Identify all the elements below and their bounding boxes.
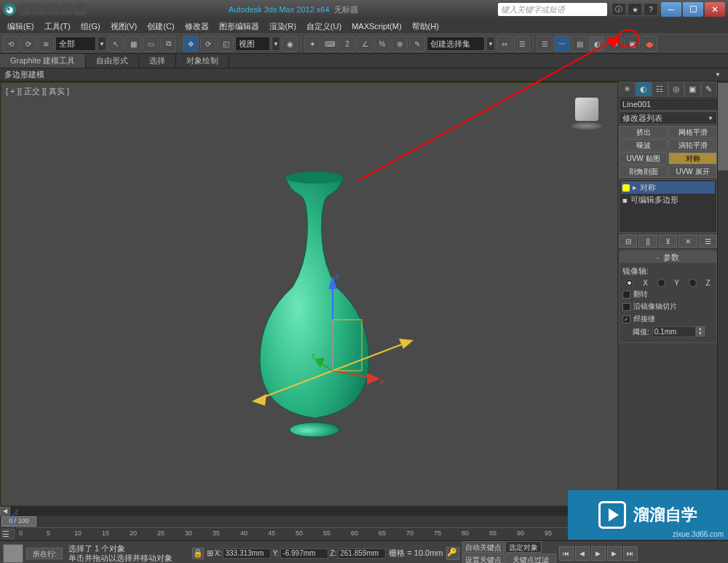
modifier-stack[interactable]: ▸对称 ■可编辑多边形 (619, 179, 717, 233)
tab-graphite[interactable]: Graphite 建模工具 (0, 54, 86, 68)
next-frame-icon[interactable]: ▶ (607, 546, 622, 561)
select-rotate-icon[interactable]: ⟳ (200, 36, 216, 52)
select-scale-icon[interactable]: ◱ (218, 36, 234, 52)
stack-item-symmetry[interactable]: ▸对称 (621, 181, 715, 194)
spin-down-icon[interactable]: ▼ (696, 331, 705, 336)
goto-start-icon[interactable]: ⏮ (559, 546, 574, 561)
link-icon[interactable]: ⟲ (3, 36, 19, 52)
minimize-button[interactable]: ─ (661, 2, 681, 17)
trackbar-toggle-icon[interactable]: ☰ (1, 529, 15, 539)
preset-symmetry[interactable]: 对称 (668, 152, 717, 165)
prev-frame-icon[interactable]: ◀ (575, 546, 590, 561)
schematic-view-icon[interactable]: ▤ (571, 36, 587, 52)
mirror-icon[interactable]: ⇔ (496, 36, 513, 52)
manipulate-icon[interactable]: ✦ (304, 36, 320, 52)
percent-snap-icon[interactable]: % (374, 36, 390, 52)
keyfilter-button[interactable]: 关键点过滤器... (505, 554, 556, 563)
goto-end-icon[interactable]: ⏭ (623, 546, 638, 561)
tab-modify-icon[interactable]: ◐ (636, 82, 652, 97)
coord-y-input[interactable] (280, 548, 328, 559)
qat-redo-icon[interactable] (74, 4, 86, 15)
stack-item-editpoly[interactable]: ■可编辑多边形 (621, 194, 715, 206)
panel-scrollbar[interactable] (717, 82, 728, 507)
menu-maxscript[interactable]: MAXScript(M) (347, 20, 405, 32)
menu-group[interactable]: 组(G) (76, 20, 105, 34)
menu-render[interactable]: 渲染(R) (265, 20, 301, 34)
select-region-icon[interactable]: ▭ (143, 36, 159, 52)
maximize-button[interactable]: ☐ (683, 2, 703, 17)
combo-arrow-icon[interactable]: ▼ (486, 36, 495, 51)
menu-view[interactable]: 视图(V) (106, 20, 142, 34)
close-button[interactable]: ✕ (705, 2, 725, 17)
tab-motion-icon[interactable]: ◎ (668, 82, 685, 97)
help-search-input[interactable]: 键入关键字或短语 (498, 3, 607, 16)
play-icon[interactable]: ▶ (591, 546, 606, 561)
spin-up-icon[interactable]: ▲ (696, 326, 705, 331)
chk-flip[interactable] (622, 291, 630, 299)
tab-freeform[interactable]: 自由形式 (86, 54, 139, 68)
coord-x-input[interactable] (223, 548, 271, 559)
preset-noise[interactable]: 噪波 (619, 139, 668, 151)
modifier-list-combo[interactable]: 修改器列表▼ (619, 111, 717, 125)
viewcube[interactable] (571, 98, 603, 130)
lock-selection-icon[interactable]: 🔒 (192, 548, 204, 559)
tab-select[interactable]: 选择 (139, 54, 176, 68)
menu-modifiers[interactable]: 修改器 (181, 20, 213, 34)
radio-axis-x[interactable] (625, 279, 633, 287)
autokey-button[interactable]: 自动关键点 (462, 541, 505, 553)
bulb-icon[interactable] (622, 184, 630, 192)
preset-extrude[interactable]: 挤出 (619, 126, 668, 138)
keyed-selset[interactable]: 选定对象 (505, 541, 542, 553)
keyboard-shortcut-icon[interactable]: ⌨ (322, 36, 338, 52)
remove-mod-icon[interactable]: ✕ (678, 235, 697, 248)
pin-stack-icon[interactable]: ⊟ (619, 235, 637, 248)
snap-2d-icon[interactable]: 2 (339, 36, 355, 52)
tab-display-icon[interactable]: ▣ (684, 82, 701, 97)
tab-objectpaint[interactable]: 对象绘制 (176, 54, 229, 68)
window-crossing-icon[interactable]: ⧉ (160, 36, 176, 52)
qat-open-icon[interactable] (33, 4, 44, 15)
configure-sets-icon[interactable]: ☰ (699, 235, 717, 248)
radio-axis-y[interactable] (657, 279, 665, 287)
qat-undo-icon[interactable] (60, 4, 72, 15)
menu-grapheditors[interactable]: 图形编辑器 (215, 20, 264, 34)
radio-axis-z[interactable] (689, 279, 697, 287)
time-config-icon[interactable]: 🔑 (446, 547, 459, 560)
rollout-header[interactable]: - 参数 (620, 251, 716, 263)
app-logo-icon[interactable]: ◕ (3, 3, 16, 16)
preset-chamferprofile[interactable]: 剖角剖面 (619, 165, 668, 178)
viewport-label[interactable]: [ + ][ 正交 ][ 真实 ] (6, 86, 69, 97)
menu-tools[interactable]: 工具(T) (40, 20, 75, 34)
ref-coord-combo[interactable]: 视图 (235, 36, 270, 51)
ribbon-expand-icon[interactable]: ▼ (712, 71, 724, 78)
preset-uvwunwrap[interactable]: UVW 展开 (668, 165, 717, 178)
curve-editor-icon[interactable]: 〰 (554, 36, 570, 52)
make-unique-icon[interactable]: ⊻ (659, 235, 677, 248)
tab-hierarchy-icon[interactable]: ☷ (652, 82, 668, 97)
select-move-icon[interactable]: ✥ (183, 36, 199, 52)
chk-slice[interactable] (622, 303, 630, 311)
angle-snap-icon[interactable]: ∠ (357, 36, 373, 52)
material-editor-icon[interactable]: ◐ (589, 36, 605, 52)
qat-save-icon[interactable] (47, 4, 58, 15)
align-icon[interactable]: ☰ (514, 36, 530, 52)
render-prod-icon[interactable]: 🫖 (641, 36, 657, 52)
tab-create-icon[interactable]: ✳ (619, 82, 636, 97)
tab-utilities-icon[interactable]: ✎ (701, 82, 718, 97)
object-name-input[interactable] (619, 98, 727, 111)
edit-named-sel-icon[interactable]: ✎ (409, 36, 425, 52)
location-button[interactable]: 所在行: (26, 548, 63, 559)
vase-object[interactable] (242, 170, 387, 440)
named-selection-combo[interactable]: 创建选择集 (427, 36, 485, 51)
help-icon[interactable]: ? (644, 3, 658, 16)
viewport-persp[interactable]: [ + ][ 正交 ][ 真实 ] (1, 82, 618, 506)
abs-rel-icon[interactable]: ⊞ (207, 548, 213, 558)
show-end-icon[interactable]: || (638, 235, 657, 248)
preset-meshsmooth[interactable]: 网格平滑 (668, 126, 717, 138)
favorites-icon[interactable]: ★ (628, 3, 642, 16)
select-icon[interactable]: ↖ (108, 36, 124, 52)
selection-filter-combo[interactable]: 全部 (55, 36, 96, 51)
threshold-input[interactable] (652, 326, 696, 337)
combo-arrow-icon[interactable]: ▼ (272, 36, 280, 51)
coord-z-input[interactable] (338, 548, 386, 559)
